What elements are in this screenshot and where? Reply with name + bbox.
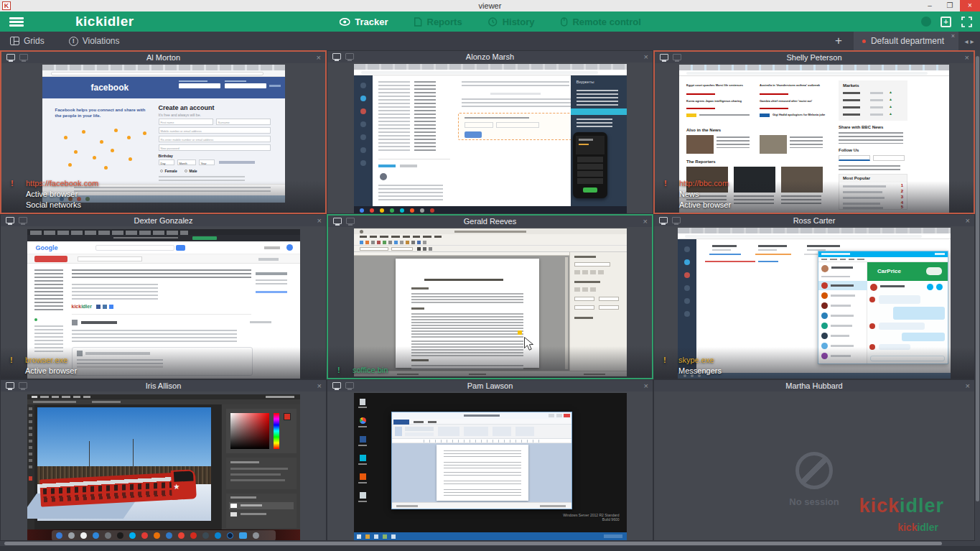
status-line: Active browser bbox=[26, 189, 78, 200]
close-tile-icon[interactable]: × bbox=[644, 52, 648, 61]
horizontal-scrollbar-thumb[interactable] bbox=[4, 542, 942, 545]
facebook-header: facebook bbox=[42, 77, 285, 98]
department-status-dot bbox=[862, 40, 866, 43]
tab-remote-control[interactable]: Remote control bbox=[560, 17, 640, 27]
secondary-screen-icon bbox=[345, 382, 354, 389]
kickidler-signature-logo: kickidler bbox=[72, 304, 92, 309]
close-tile-icon[interactable]: × bbox=[644, 381, 648, 390]
monitor-icon bbox=[6, 382, 14, 389]
vertical-scrollbar-thumb[interactable] bbox=[976, 56, 979, 501]
restore-button[interactable]: ❐ bbox=[940, 0, 960, 11]
add-grid-tab-button[interactable]: + bbox=[835, 34, 842, 48]
close-tile-icon[interactable]: × bbox=[643, 217, 648, 226]
tile-status: !skype.exe Messengers bbox=[660, 355, 722, 376]
window-bottom-edge bbox=[0, 546, 980, 551]
minimize-button[interactable]: – bbox=[920, 0, 940, 11]
employee-name: Dexter Gonzalez bbox=[1, 216, 326, 225]
grids-button[interactable]: Grids bbox=[10, 36, 45, 46]
employee-name: Ross Carter bbox=[654, 216, 974, 225]
employee-name: Pam Lawson bbox=[327, 381, 653, 390]
mac-dock bbox=[27, 529, 300, 541]
close-tile-icon[interactable]: × bbox=[317, 53, 321, 62]
tile-header: Gerald Reeves × bbox=[328, 216, 652, 227]
tile-al-morton[interactable]: Al Morton × facebook Facebook helps y bbox=[0, 50, 327, 214]
horizontal-scrollbar[interactable] bbox=[0, 541, 975, 546]
tab-history[interactable]: History bbox=[488, 17, 535, 27]
status-line: Messengers bbox=[678, 366, 722, 376]
violations-icon: ! bbox=[69, 37, 78, 46]
main-nav: Tracker Reports History Remote control bbox=[339, 11, 641, 32]
scroll-tabs-left-icon[interactable]: ◂ bbox=[964, 37, 968, 45]
kickidler-watermark-small: kickidler bbox=[897, 522, 938, 533]
bbc-share-heading: Share with BBC News bbox=[839, 125, 883, 129]
grids-icon bbox=[10, 37, 19, 45]
photoshop-panels bbox=[221, 404, 300, 529]
session-indicator-icon bbox=[921, 17, 931, 27]
tab-tracker[interactable]: Tracker bbox=[339, 17, 388, 27]
monitor-icon bbox=[6, 217, 14, 223]
status-line: News bbox=[679, 189, 699, 200]
close-tab-icon[interactable]: × bbox=[951, 32, 955, 40]
screen-thumbnail[interactable]: Виджеты bbox=[354, 64, 627, 214]
close-tile-icon[interactable]: × bbox=[965, 53, 969, 62]
close-tile-icon[interactable]: × bbox=[966, 216, 970, 225]
tile-alonzo-marsh[interactable]: Alonzo Marsh × bbox=[327, 50, 653, 214]
fullscreen-icon[interactable] bbox=[961, 16, 973, 28]
process-name: browser.exe bbox=[25, 355, 67, 366]
process-name: skype.exe bbox=[678, 355, 714, 366]
remote-taskbar bbox=[354, 532, 627, 540]
close-tile-icon[interactable]: × bbox=[966, 381, 970, 390]
no-session-area: No session kickidler kickidler bbox=[654, 392, 974, 540]
tile-shelly-peterson[interactable]: Shelly Peterson × Egypt court quashes Mo… bbox=[653, 50, 975, 214]
facebook-tagline: Facebook helps you connect and share wit… bbox=[55, 107, 149, 119]
tile-header: Pam Lawson × bbox=[327, 380, 653, 392]
tab-default-department[interactable]: Default department × bbox=[854, 32, 958, 50]
tile-ross-carter[interactable]: Ross Carter × bbox=[653, 214, 975, 379]
close-tile-icon[interactable]: × bbox=[317, 216, 322, 225]
train-photo: ★ bbox=[37, 407, 211, 521]
screen-thumbnail[interactable]: ★ bbox=[27, 394, 300, 541]
tile-iris-allison[interactable]: Iris Allison × bbox=[0, 379, 327, 541]
tile-dexter-gonzalez[interactable]: Dexter Gonzalez × Google bbox=[0, 214, 327, 379]
monitor-icon bbox=[333, 218, 342, 224]
tile-pam-lawson[interactable]: Pam Lawson × bbox=[327, 379, 653, 541]
new-window-icon[interactable]: + bbox=[941, 17, 951, 27]
monitor-icon bbox=[6, 54, 15, 60]
scroll-tabs-right-icon[interactable]: ▸ bbox=[971, 37, 974, 45]
status-line: Social networks bbox=[26, 200, 81, 210]
menu-icon[interactable] bbox=[9, 17, 24, 27]
phone-dialer bbox=[573, 132, 607, 198]
secondary-screen-icon bbox=[346, 218, 355, 224]
tile-header: Martha Hubbard × bbox=[654, 380, 974, 392]
screen-thumbnail[interactable]: Windows Server 2012 R2 Standard Build 96… bbox=[354, 393, 627, 540]
window-title: viewer bbox=[0, 1, 980, 10]
violation-url: http://bbc.com bbox=[679, 178, 729, 189]
monitor-icon bbox=[660, 54, 668, 60]
secondary-screen-icon bbox=[19, 382, 27, 389]
close-tile-icon[interactable]: × bbox=[317, 381, 322, 390]
tile-header: Shelly Peterson × bbox=[655, 52, 974, 63]
no-session-icon bbox=[795, 452, 833, 489]
status-line: Active browser bbox=[25, 366, 77, 376]
close-button[interactable]: × bbox=[960, 0, 980, 11]
tile-gerald-reeves[interactable]: Gerald Reeves × bbox=[327, 214, 653, 379]
vertical-scrollbar[interactable] bbox=[975, 50, 980, 541]
screen-thumbnail[interactable] bbox=[354, 228, 627, 376]
monitor-icon bbox=[659, 217, 668, 223]
status-line: Active browser bbox=[679, 200, 731, 210]
tab-reports[interactable]: Reports bbox=[414, 17, 462, 27]
highlight-marker bbox=[518, 330, 522, 335]
bbc-most-popular-box: Most Popular 1 2 3 4 5 bbox=[839, 174, 907, 210]
google-logo: Google bbox=[36, 244, 58, 251]
tile-header: Ross Carter × bbox=[654, 215, 974, 226]
violations-button[interactable]: ! Violations bbox=[69, 36, 120, 46]
tile-martha-hubbard[interactable]: Martha Hubbard × No session kickidler ki… bbox=[653, 379, 975, 541]
tile-status: !browser.exe Active browser bbox=[6, 355, 77, 376]
wordpad-window bbox=[391, 412, 572, 509]
carprice-banner: CarPrice bbox=[867, 262, 948, 281]
secondary-screen-icon bbox=[19, 217, 27, 223]
employee-name: Al Morton bbox=[1, 53, 325, 62]
tile-status: !http://bbc.com News Active browser bbox=[661, 178, 731, 210]
scrollbar-corner bbox=[975, 541, 980, 546]
bbc-section-heading: The Reporters bbox=[686, 159, 716, 164]
